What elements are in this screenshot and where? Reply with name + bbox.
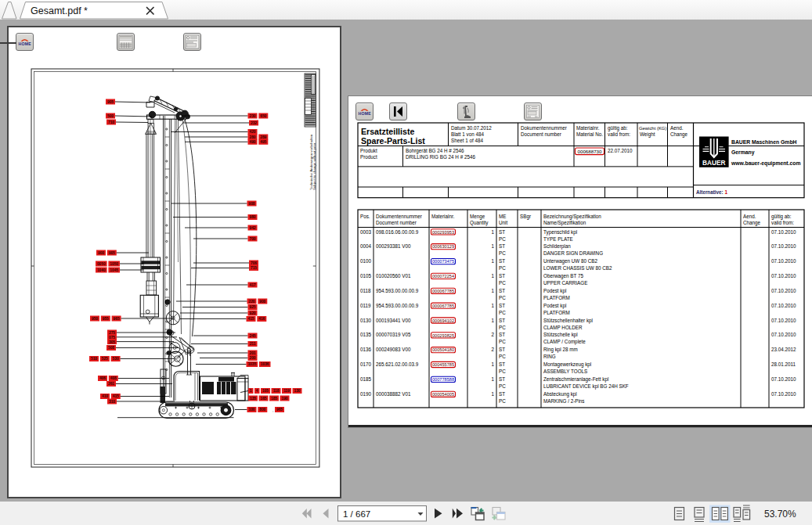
svg-text:UPPER CARRIAGE: UPPER CARRIAGE (543, 280, 587, 286)
svg-text:ASSEMBLY TOOLS: ASSEMBLY TOOLS (543, 369, 587, 374)
svg-text:07.10.2010: 07.10.2010 (771, 303, 796, 308)
svg-text:410: 410 (102, 394, 108, 398)
svg-text:CLAMP / Complete: CLAMP / Complete (543, 339, 586, 345)
svg-text:2: 2 (491, 332, 494, 337)
svg-text:1050: 1050 (110, 262, 118, 266)
svg-text:ST: ST (499, 391, 505, 397)
svg-text:Name/Spezifikation: Name/Spezifikation (543, 220, 586, 226)
svg-text:1: 1 (491, 391, 494, 397)
svg-text:Materialnr.: Materialnr. (576, 125, 600, 131)
svg-text:ST: ST (499, 243, 505, 249)
svg-text:261: 261 (108, 382, 114, 386)
svg-text:Datum 30.07.2012: Datum 30.07.2012 (451, 125, 492, 131)
svg-text:500: 500 (107, 114, 114, 118)
svg-text:232: 232 (251, 121, 257, 125)
svg-text:490: 490 (249, 140, 255, 144)
svg-text:Dokumentennummer: Dokumentennummer (376, 214, 422, 219)
svg-text:1: 1 (250, 389, 252, 393)
svg-text:Product: Product (360, 154, 377, 160)
svg-text:ST: ST (499, 361, 505, 367)
svg-text:LUBRICANT DEVICE kpl BG 24H SK: LUBRICANT DEVICE kpl BG 24H SKF (543, 383, 629, 390)
svg-text:DRILLING RIG BG 24 H # 2546: DRILLING RIG BG 24 H # 2546 (406, 154, 475, 160)
svg-text:Aend.: Aend. (670, 125, 684, 131)
svg-text:PC: PC (499, 339, 506, 344)
svg-text:0100: 0100 (360, 258, 372, 264)
svg-text:Stützschelle kpl: Stützschelle kpl (543, 332, 578, 338)
svg-text:420: 420 (249, 130, 255, 134)
svg-text:075: 075 (109, 336, 115, 340)
svg-text:220: 220 (248, 300, 254, 304)
svg-text:415: 415 (247, 317, 254, 321)
svg-text:185: 185 (271, 397, 277, 401)
svg-text:165: 165 (260, 397, 266, 401)
svg-text:Zentralschmieranlage-Fett kpl: Zentralschmieranlage-Fett kpl (543, 376, 608, 383)
svg-text:406: 406 (99, 376, 106, 380)
svg-text:1: 1 (491, 243, 494, 249)
svg-text:PC: PC (499, 383, 506, 389)
svg-text:Blatt 1 von 484: Blatt 1 von 484 (451, 131, 485, 137)
svg-text:000293381 V00: 000293381 V00 (376, 243, 411, 249)
svg-text:000688730: 000688730 (578, 149, 603, 154)
svg-text:07.10.2010: 07.10.2010 (771, 318, 796, 323)
svg-text:Alternative: 1: Alternative: 1 (696, 189, 727, 195)
svg-text:Podest kpl: Podest kpl (543, 303, 566, 309)
svg-text:0105: 0105 (360, 273, 372, 279)
svg-text:PC: PC (499, 236, 506, 242)
svg-text:ST: ST (499, 303, 505, 308)
svg-text:Montagewerkzeug kpl: Montagewerkzeug kpl (543, 361, 591, 368)
svg-text:800: 800 (259, 408, 265, 412)
svg-text:Absteckung kpl: Absteckung kpl (543, 391, 577, 397)
svg-text:0190: 0190 (360, 391, 372, 397)
svg-text:1: 1 (491, 229, 494, 235)
svg-text:954.593.00.00.00.9: 954.593.00.00.00.9 (376, 303, 419, 308)
svg-text:,: , (272, 408, 273, 412)
svg-text:LOWER CHASSIS UW 80 CB2: LOWER CHASSIS UW 80 CB2 (543, 265, 612, 271)
svg-text:415: 415 (113, 394, 119, 398)
svg-text:408: 408 (110, 376, 117, 380)
svg-text:PC: PC (499, 280, 506, 286)
svg-text:900: 900 (98, 251, 104, 255)
svg-text:706: 706 (251, 261, 257, 265)
svg-text:Unterwagen UW 80 CB2: Unterwagen UW 80 CB2 (543, 258, 597, 264)
svg-text:BAUER: BAUER (702, 159, 726, 167)
svg-text:Quantity: Quantity (470, 220, 489, 226)
svg-text:920: 920 (249, 311, 255, 315)
svg-text:000694102: 000694102 (432, 318, 454, 323)
svg-text:000293953: 000293953 (432, 230, 454, 235)
svg-text:525: 525 (102, 357, 108, 361)
svg-text:Gesamt.pdf *: Gesamt.pdf * (31, 5, 88, 16)
svg-text:Document number: Document number (521, 131, 561, 137)
svg-text:0170: 0170 (360, 361, 372, 367)
svg-text:Gewicht (KG): Gewicht (KG) (639, 126, 666, 131)
svg-text:Document number: Document number (376, 220, 417, 225)
svg-text:Weight: Weight (640, 131, 655, 138)
svg-text:CLAMP HOLDER: CLAMP HOLDER (543, 325, 583, 330)
svg-text:valid from:: valid from: (771, 220, 794, 225)
svg-text:valid from:: valid from: (608, 131, 630, 137)
svg-text:Podest kpl: Podest kpl (543, 288, 566, 294)
svg-text:0003: 0003 (360, 229, 372, 235)
svg-text:1: 1 (491, 273, 494, 279)
svg-text:0118: 0118 (360, 288, 371, 293)
svg-text:Sheet 1 of 484: Sheet 1 of 484 (451, 138, 483, 143)
svg-text:1: 1 (491, 258, 494, 264)
svg-text:000455785: 000455785 (432, 362, 454, 367)
svg-text:980: 980 (249, 215, 255, 219)
svg-text:000072254: 000072254 (432, 274, 454, 279)
svg-text:0185: 0185 (360, 376, 372, 382)
svg-text:PC: PC (499, 398, 506, 404)
svg-text:000038882 V01: 000038882 V01 (376, 391, 411, 397)
svg-text:07.10.2010: 07.10.2010 (771, 332, 796, 337)
svg-text:508: 508 (108, 346, 114, 350)
svg-text:28.01.2011: 28.01.2011 (771, 361, 796, 367)
svg-text:954.593.00.00.00.9: 954.593.00.00.00.9 (376, 288, 419, 293)
svg-text:000249083 V00: 000249083 V00 (376, 347, 411, 352)
svg-text:201: 201 (249, 351, 255, 355)
svg-text:130: 130 (294, 389, 300, 393)
svg-text:ST: ST (499, 229, 505, 235)
svg-text:000778588: 000778588 (432, 377, 454, 382)
svg-text:0130: 0130 (360, 318, 372, 323)
svg-text:530: 530 (113, 357, 119, 361)
svg-text:000067785: 000067785 (432, 289, 454, 293)
svg-text:905: 905 (109, 251, 115, 255)
